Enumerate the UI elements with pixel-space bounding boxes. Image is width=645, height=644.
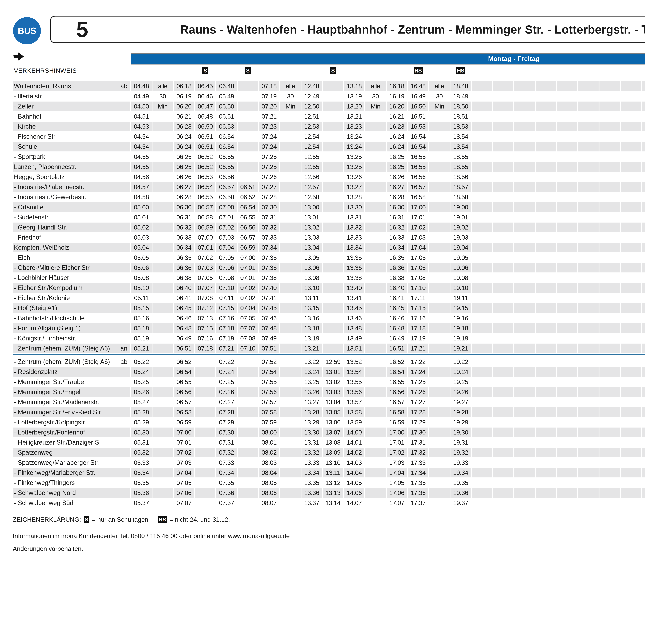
time-cell: 14.03	[344, 458, 365, 467]
stop-name-cell: - Zeller	[13, 101, 130, 111]
time-cell: 16.19	[387, 91, 407, 101]
time-cell	[153, 468, 173, 477]
stop-name: - Memminger Str./Engel	[14, 388, 80, 396]
table-row: - Bahnhofstr./Hochschule05.1606.4607.130…	[13, 313, 645, 323]
time-cell	[514, 313, 535, 323]
time-cell: 06.53	[195, 172, 215, 182]
time-cell	[642, 397, 645, 407]
time-cell: 13.35	[301, 478, 322, 487]
time-cell	[493, 112, 513, 121]
symbol-cell	[429, 67, 450, 74]
time-cell	[493, 478, 513, 487]
time-cell	[195, 397, 215, 407]
time-cell	[280, 438, 300, 447]
time-cell	[514, 152, 535, 162]
time-cell: 17.05	[387, 478, 407, 487]
time-cell	[535, 162, 556, 172]
time-cell	[600, 182, 620, 192]
time-cell	[578, 192, 599, 202]
time-cell: 07.28	[259, 192, 279, 202]
stop-name: Hegge, Sportplatz	[14, 173, 65, 181]
time-cell	[429, 223, 450, 232]
stop-name: - Finkenweg/Thingers	[14, 479, 75, 486]
time-cell	[153, 202, 173, 212]
time-cell	[195, 407, 215, 417]
time-cell	[153, 112, 173, 121]
time-cell	[600, 397, 620, 407]
time-cell	[642, 303, 645, 313]
time-cell: 16.49	[408, 91, 428, 101]
time-cell	[578, 324, 599, 333]
time-cell	[323, 112, 343, 121]
time-cell	[535, 324, 556, 333]
legend-item-text: = nur an Schultagen	[92, 516, 148, 523]
time-cell	[642, 81, 645, 91]
time-cell	[472, 357, 492, 367]
time-cell	[280, 458, 300, 467]
time-cell: 07.10	[216, 283, 237, 292]
time-cell: 17.32	[408, 448, 428, 457]
section-separator	[13, 354, 645, 355]
time-cell	[557, 407, 577, 417]
time-cell: 13.32	[344, 223, 365, 232]
stop-name: - Zentrum (ehem. ZUM) (Steig A6)	[14, 345, 110, 352]
time-cell	[280, 417, 300, 427]
table-row: - Schwalbenweg Nord05.3607.0607.3608.061…	[13, 488, 645, 497]
time-cell: 05.27	[131, 397, 152, 407]
time-cell: 12.49	[301, 91, 322, 101]
table-row: - Spatzenweg05.3207.0207.3208.0213.3213.…	[13, 448, 645, 457]
time-cell	[578, 202, 599, 212]
time-cell	[578, 417, 599, 427]
time-cell	[621, 397, 641, 407]
time-cell: 19.03	[450, 233, 471, 242]
route-header-box: 5 Rauns - Waltenhofen - Hauptbahnhof - Z…	[50, 16, 645, 43]
time-cell: 14.07	[344, 498, 365, 508]
time-cell: 05.10	[131, 283, 152, 292]
time-cell: 16.52	[387, 357, 407, 367]
time-cell	[365, 498, 386, 508]
time-cell	[600, 142, 620, 151]
time-cell	[472, 172, 492, 182]
time-cell	[365, 152, 386, 162]
time-cell	[280, 448, 300, 457]
time-cell: 13.48	[344, 324, 365, 333]
time-cell: alle	[429, 81, 450, 91]
time-cell	[557, 448, 577, 457]
time-cell	[600, 132, 620, 141]
time-cell: 13.04	[301, 243, 322, 252]
table-row: - Industrie-/Plabennecstr.04.5706.2706.5…	[13, 182, 645, 192]
symbol-cell	[174, 67, 194, 74]
time-cell	[238, 91, 258, 101]
time-cell	[557, 273, 577, 282]
time-cell	[153, 448, 173, 457]
time-cell	[365, 243, 386, 252]
time-cell: alle	[280, 81, 300, 91]
time-cell	[621, 132, 641, 141]
time-cell: 06.40	[174, 283, 194, 292]
time-cell	[323, 91, 343, 101]
time-cell	[365, 428, 386, 437]
time-cell	[153, 273, 173, 282]
symbol-cell	[301, 67, 322, 74]
time-cell: 13.34	[301, 468, 322, 477]
time-cell	[557, 397, 577, 407]
time-cell	[642, 498, 645, 508]
time-cell	[578, 132, 599, 141]
time-cell: 06.49	[216, 91, 237, 101]
time-cell	[621, 152, 641, 162]
time-cell	[153, 397, 173, 407]
time-cell	[195, 417, 215, 427]
time-cell	[642, 273, 645, 282]
time-cell: 12.54	[301, 142, 322, 151]
time-cell: 06.54	[174, 367, 194, 377]
time-cell	[642, 182, 645, 192]
time-cell	[153, 263, 173, 272]
symbol-cell	[131, 67, 152, 74]
time-cell	[535, 344, 556, 353]
time-cell: 06.56	[238, 223, 258, 232]
time-cell	[323, 263, 343, 272]
direction-arrow-icon	[13, 52, 24, 61]
time-cell: 07.07	[238, 324, 258, 333]
stop-name-cell: - Obere-/Mittlere Eicher Str.	[13, 263, 130, 272]
time-cell: 13.10	[323, 458, 343, 467]
